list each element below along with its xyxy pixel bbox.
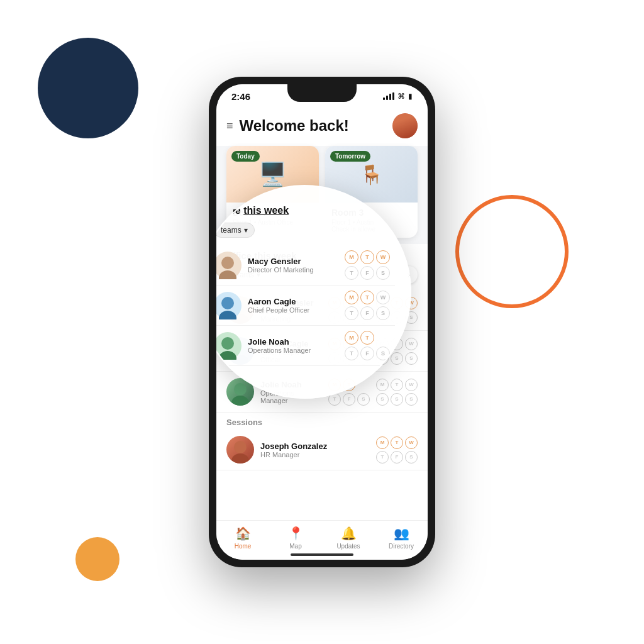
mag-dots-aaron: M T W T F S xyxy=(345,291,390,320)
mag-dot-F1: F xyxy=(360,266,374,280)
app-header: ≡ Welcome back! xyxy=(216,108,428,146)
mag-dot-Th1: T xyxy=(345,266,358,280)
mag-name-jolie: Jolie Noah xyxy=(248,337,338,347)
mag-dot-M2: M xyxy=(345,291,358,304)
mag-person-jolie[interactable]: Jolie Noah Operations Manager M T T F S xyxy=(216,326,395,366)
mag-teams-filter[interactable]: teams ▾ xyxy=(216,223,255,238)
phone-screen: 2:46 ⌘ ▮ ≡ Welcome back! xyxy=(216,84,428,560)
phone-frame: 2:46 ⌘ ▮ ≡ Welcome back! xyxy=(209,77,435,567)
mag-dot-S3: S xyxy=(376,347,390,360)
dot-Thjg: T xyxy=(376,451,389,464)
person-info-joseph: Joseph Gonzalez HR Manager xyxy=(260,441,370,458)
nav-updates[interactable]: 🔔 Updates xyxy=(330,526,367,550)
page-title: Welcome back! xyxy=(240,117,349,135)
dot-Fjg: F xyxy=(391,451,403,464)
svg-point-12 xyxy=(221,297,234,309)
dot-Sjg: S xyxy=(405,451,418,464)
dot-Wjg: W xyxy=(405,436,418,449)
home-icon: 🏠 xyxy=(235,526,251,541)
mag-avatar-aaron xyxy=(216,292,242,319)
nav-directory[interactable]: 👥 Directory xyxy=(382,526,420,550)
mag-role-jolie: Operations Manager xyxy=(248,347,338,354)
wifi-icon: ⌘ xyxy=(397,92,405,101)
mag-role-aaron: Chief People Officer xyxy=(248,306,338,314)
mag-info-aaron: Aaron Cagle Chief People Officer xyxy=(248,297,338,314)
mag-office-title: office this week xyxy=(216,205,395,216)
home-indicator xyxy=(291,553,353,556)
mag-dots-bot-jolie: T F S xyxy=(345,347,390,360)
magnify-overlay: office this week teams ▾ Macy Gensler Di… xyxy=(216,185,411,399)
updates-icon: 🔔 xyxy=(341,526,357,541)
mag-dots-bot-macy: T F S xyxy=(345,266,390,280)
mag-dots-top-aaron: M T W xyxy=(345,291,390,304)
mag-dots-top-macy: M T W xyxy=(345,250,390,264)
mag-dot-W1: W xyxy=(376,250,390,264)
directory-label: Directory xyxy=(389,543,414,550)
status-icons: ⌘ ▮ xyxy=(383,92,413,101)
decorative-orange-circle-outline xyxy=(455,195,569,308)
mag-filter-label: teams xyxy=(221,226,242,235)
svg-point-6 xyxy=(234,441,247,453)
map-icon: 📍 xyxy=(288,526,304,541)
mag-dot-W2: W xyxy=(376,291,390,304)
mag-dots-top-jolie: M T xyxy=(345,331,390,345)
dot-Tjg: T xyxy=(391,436,403,449)
mag-dots-bot-aaron: T F S xyxy=(345,306,390,320)
mag-title-underlined: this week xyxy=(243,205,289,216)
mag-dots-jolie: M T T F S xyxy=(345,331,390,360)
mag-info-jolie: Jolie Noah Operations Manager xyxy=(248,337,338,354)
mag-role-macy: Director Of Marketing xyxy=(248,266,338,274)
updates-label: Updates xyxy=(336,543,360,550)
mag-dot-T1: T xyxy=(360,250,374,264)
mag-info-macy: Macy Gensler Director Of Marketing xyxy=(248,257,338,274)
svg-point-9 xyxy=(221,257,234,269)
dot-Mjg: M xyxy=(376,436,389,449)
battery-icon: ▮ xyxy=(408,92,413,101)
status-time: 2:46 xyxy=(231,91,250,102)
avatar[interactable] xyxy=(392,113,418,138)
user-avatar-image xyxy=(392,113,418,138)
mag-dot-M3: M xyxy=(345,331,358,345)
mag-name-macy: Macy Gensler xyxy=(248,257,338,266)
person-row-joseph[interactable]: Joseph Gonzalez HR Manager M T W T F S xyxy=(216,430,428,470)
map-label: Map xyxy=(289,543,301,550)
mag-dot-Th3: T xyxy=(345,347,358,360)
week-dots-joseph: M T W T F S xyxy=(376,436,418,464)
person-role-joseph: HR Manager xyxy=(260,451,370,458)
decorative-dark-circle xyxy=(38,38,138,138)
mag-dot-S1: S xyxy=(376,266,390,280)
nav-home[interactable]: 🏠 Home xyxy=(224,526,262,550)
decorative-orange-circle-fill xyxy=(75,537,119,581)
person-avatar-joseph xyxy=(226,436,254,464)
mag-title-plain: office xyxy=(216,205,243,216)
phone-notch xyxy=(287,84,357,102)
mag-avatar-jolie xyxy=(216,332,242,360)
header-left: ≡ Welcome back! xyxy=(226,117,349,135)
magnify-content: office this week teams ▾ Macy Gensler Di… xyxy=(216,186,410,397)
today-badge: Today xyxy=(231,151,260,162)
mag-dot-F3: F xyxy=(360,347,374,360)
dots-bot-joseph: T F S xyxy=(376,451,418,464)
home-label: Home xyxy=(235,543,252,550)
mag-name-aaron: Aaron Cagle xyxy=(248,297,338,306)
mag-dot-T2: T xyxy=(360,291,374,304)
mag-dot-M1: M xyxy=(345,250,358,264)
mag-dots-macy: M T W T F S xyxy=(345,250,390,280)
person-name-joseph: Joseph Gonzalez xyxy=(260,441,370,451)
signal-icon xyxy=(383,92,394,100)
svg-point-7 xyxy=(231,453,249,464)
mag-dot-Th2: T xyxy=(345,306,358,320)
mag-avatar-macy xyxy=(216,252,242,279)
mag-dot-S2: S xyxy=(376,306,390,320)
svg-point-15 xyxy=(221,337,234,350)
mag-filter-chevron: ▾ xyxy=(244,226,248,235)
mag-dot-T3: T xyxy=(360,331,374,345)
dots-top-joseph: M T W xyxy=(376,436,418,449)
directory-icon: 👥 xyxy=(394,526,409,541)
sessions-label: Sessions xyxy=(216,413,428,430)
tomorrow-badge: Tomorrow xyxy=(330,151,370,162)
mag-person-aaron[interactable]: Aaron Cagle Chief People Officer M T W T… xyxy=(216,286,395,326)
nav-map[interactable]: 📍 Map xyxy=(277,526,314,550)
mag-person-macy[interactable]: Macy Gensler Director Of Marketing M T W… xyxy=(216,245,395,286)
menu-icon[interactable]: ≡ xyxy=(226,119,233,133)
